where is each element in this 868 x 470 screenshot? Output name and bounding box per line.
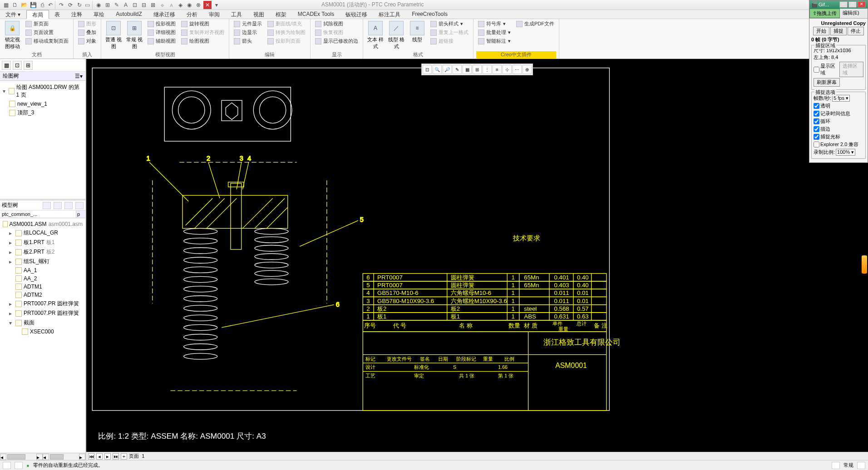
close-button[interactable]: ✕ bbox=[858, 1, 866, 8]
model-tree-item[interactable]: AA_2 bbox=[1, 274, 84, 283]
tool-h-icon[interactable]: ⟐ bbox=[158, 1, 166, 9]
scale-select[interactable]: 100% ▾ bbox=[836, 149, 855, 156]
tab-FreeCreoTools[interactable]: FreeCreoTools bbox=[406, 10, 454, 19]
redo-icon[interactable]: ↷ bbox=[57, 1, 65, 9]
tool-c-icon[interactable]: ✎ bbox=[113, 1, 121, 9]
axes-icon[interactable]: ⊹ bbox=[503, 65, 512, 74]
print-icon[interactable]: ⎙ bbox=[38, 1, 46, 9]
gif-capture-button[interactable]: 捕捉 bbox=[830, 27, 847, 35]
erase-view-button[interactable]: 拭除视图 bbox=[313, 20, 360, 28]
zoom-in-icon[interactable]: 🔍 bbox=[433, 65, 442, 74]
show-region-checkbox[interactable] bbox=[814, 67, 819, 73]
tool-g-icon[interactable]: ⊠ bbox=[149, 1, 157, 9]
tree-tool-1[interactable] bbox=[43, 202, 51, 209]
model-tree-item[interactable]: ADTM1 bbox=[1, 283, 84, 291]
repeat-format-button[interactable]: 重复上一格式 bbox=[429, 29, 470, 36]
dash-btn-1[interactable]: ▦ bbox=[2, 61, 11, 70]
gif-start-button[interactable]: 开始 bbox=[813, 27, 829, 35]
model-tree-item[interactable]: ▸PRT0007.PR 圆柱弹簧 bbox=[1, 299, 84, 308]
tool-i-icon[interactable]: ⟑ bbox=[167, 1, 175, 9]
tab-标注工具[interactable]: 标注工具 bbox=[373, 10, 406, 19]
tree-tool-3[interactable] bbox=[64, 202, 73, 209]
tab-钣锐迁移[interactable]: 钣锐迁移 bbox=[340, 10, 373, 19]
model-tree-item[interactable]: ▸组LOCAL_GR bbox=[1, 228, 84, 238]
rotate-view-button[interactable]: 旋转视图 bbox=[179, 20, 226, 28]
wire-icon[interactable]: ⊞ bbox=[473, 65, 482, 74]
add-sheet-button[interactable]: + bbox=[121, 453, 127, 460]
scroll-thumb[interactable] bbox=[50, 454, 64, 460]
undo-icon[interactable]: ↶ bbox=[47, 1, 55, 9]
tool-j-icon[interactable]: ◈ bbox=[176, 1, 184, 9]
redo2-icon[interactable]: ↻ bbox=[75, 1, 84, 9]
drawing-view-item[interactable]: new_view_1 bbox=[1, 100, 84, 108]
last-sheet-button[interactable]: ⏭ bbox=[113, 453, 119, 460]
app-menu-icon[interactable]: ▦ bbox=[2, 1, 10, 9]
scroll-right-button[interactable]: ▸ bbox=[36, 454, 43, 460]
status-selection-icon[interactable] bbox=[3, 462, 11, 469]
prev-sheet-button[interactable]: ◂ bbox=[96, 453, 103, 460]
close-win-icon[interactable]: ▭ bbox=[84, 1, 93, 9]
drawing-root[interactable]: ▾绘图 ASM0001.DRW 的第 1 页 bbox=[1, 83, 84, 100]
tool-k-icon[interactable]: ◉ bbox=[185, 1, 193, 9]
tool-a-icon[interactable]: ◉ bbox=[94, 1, 103, 9]
tab-视图[interactable]: 视图 bbox=[248, 10, 270, 19]
regen-icon[interactable]: ⟳ bbox=[66, 1, 74, 9]
open-icon[interactable]: 📂 bbox=[20, 1, 28, 9]
orientation-widget-icon[interactable] bbox=[862, 255, 867, 274]
status-geom-icon[interactable] bbox=[832, 462, 840, 469]
gen-pdf-button[interactable]: 生成PDF文件 bbox=[514, 20, 556, 28]
gif-edit-menu[interactable]: 编辑(E) bbox=[840, 9, 862, 18]
new-icon[interactable]: 🗋 bbox=[11, 1, 19, 9]
select-region-button[interactable]: 选择区域 bbox=[839, 62, 864, 77]
new-page-button[interactable]: 新页面 bbox=[24, 20, 70, 28]
zoom-out-icon[interactable]: 🔎 bbox=[443, 65, 452, 74]
tab-框架[interactable]: 框架 bbox=[270, 10, 292, 19]
points-icon[interactable]: ⋯ bbox=[513, 65, 522, 74]
tab-注释[interactable]: 注释 bbox=[66, 10, 88, 19]
gif-upload-tab[interactable]: ⇪拖拽上传 bbox=[809, 9, 840, 18]
component-display-button[interactable]: 元件显示 bbox=[232, 20, 264, 28]
show-modified-edges-button[interactable]: 显示已修改的边 bbox=[313, 37, 360, 45]
model-tree-item[interactable]: ADTM2 bbox=[1, 291, 84, 299]
drawing-view-button[interactable]: 绘图视图 bbox=[179, 37, 226, 45]
normal-view-button[interactable]: ⊞常规 视图 bbox=[125, 20, 144, 51]
line-format-button[interactable]: ／线型 格式 bbox=[387, 20, 406, 51]
hatch-fill-button[interactable]: 删面线/填充 bbox=[266, 20, 307, 28]
tab-MCADEx Tools[interactable]: MCADEx Tools bbox=[292, 10, 340, 19]
model-tree-item[interactable]: ▸PRT0007.PR 圆柱弹簧 bbox=[1, 308, 84, 318]
tool-l-icon[interactable]: ⊗ bbox=[194, 1, 202, 9]
model-tree-item[interactable]: ▸板2.PRT 板2 bbox=[1, 247, 84, 257]
projection-view-button[interactable]: 投影视图 bbox=[146, 20, 178, 28]
tool-b-icon[interactable]: ⊞ bbox=[104, 1, 112, 9]
tab-工具[interactable]: 工具 bbox=[226, 10, 248, 19]
restore-view-button[interactable]: 恢复视图 bbox=[313, 29, 360, 36]
move-copy-page-button[interactable]: 移动或复制页面 bbox=[24, 37, 70, 45]
tab-继承迁移[interactable]: 继承迁移 bbox=[148, 10, 181, 19]
aux-view-button[interactable]: 辅助视图 bbox=[146, 37, 178, 45]
transparent-checkbox[interactable] bbox=[814, 103, 819, 109]
timestamp-checkbox[interactable] bbox=[814, 111, 819, 117]
tool-e-icon[interactable]: ⊡ bbox=[131, 1, 139, 9]
drawing-view-item[interactable]: 顶部_3 bbox=[1, 108, 84, 118]
dash-btn-3[interactable]: ⊞ bbox=[24, 61, 33, 70]
tool-f-icon[interactable]: ⊟ bbox=[140, 1, 148, 9]
line-type-button[interactable]: ≡线型 bbox=[408, 20, 427, 44]
dropdown-icon[interactable]: ▾ bbox=[212, 1, 221, 9]
project-page-button[interactable]: 投影到页面 bbox=[266, 37, 307, 45]
tab-AutobuildZ[interactable]: AutobuildZ bbox=[110, 10, 148, 19]
scroll-right2-button[interactable]: ▸ bbox=[79, 454, 85, 460]
model-tree-item[interactable]: ▸板1.PRT 板1 bbox=[1, 238, 84, 247]
fps-select[interactable]: 5 fps ▾ bbox=[832, 95, 850, 102]
model-tree-item[interactable]: AA_1 bbox=[1, 266, 84, 274]
overlay-button[interactable]: 叠加 bbox=[76, 29, 98, 36]
convert-draw-button[interactable]: 转换为绘制图 bbox=[266, 29, 307, 36]
explorer-checkbox[interactable] bbox=[814, 142, 819, 147]
tool-d-icon[interactable]: A bbox=[122, 1, 130, 9]
status-filter-icon[interactable] bbox=[15, 462, 23, 469]
arrow-style-button[interactable]: 箭头样式▾ bbox=[429, 20, 470, 28]
minimize-button[interactable]: – bbox=[839, 1, 848, 8]
text-style-button[interactable]: A文本 样式 bbox=[366, 20, 385, 51]
csys-icon[interactable]: ⊕ bbox=[523, 65, 532, 74]
tab-布局[interactable]: 布局 bbox=[26, 10, 49, 19]
nohid-icon[interactable]: ≡ bbox=[493, 65, 502, 74]
